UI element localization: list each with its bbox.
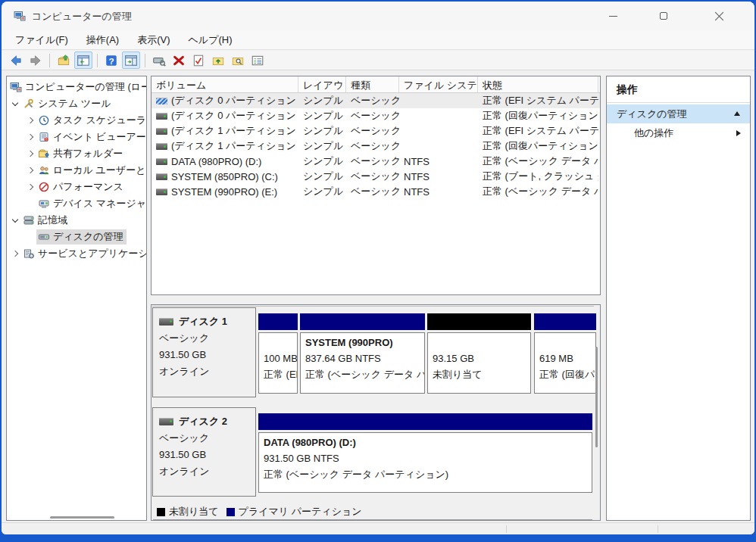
sidebar-item-services-applications[interactable]: サービスとアプリケーション: [7, 245, 146, 262]
sidebar-item-storage[interactable]: 記憶域: [7, 212, 146, 229]
column-header-layout[interactable]: レイアウト: [298, 76, 346, 92]
explore-folder-button[interactable]: [229, 51, 247, 69]
help-button[interactable]: ?: [102, 51, 120, 69]
actions-group-disk-management[interactable]: ディスクの管理: [607, 104, 750, 123]
volume-row-1[interactable]: (ディスク 0 パーティション 1)シンプルベーシック正常 (EFI システム …: [152, 93, 600, 108]
volume-row-4[interactable]: (ディスク 1 パーティション 4)シンプルベーシック正常 (回復パーティション…: [152, 139, 600, 154]
tree-horizontal-scrollbar[interactable]: [50, 516, 114, 519]
sidebar-item-disk-management[interactable]: ディスクの管理: [7, 229, 146, 245]
export-list-button[interactable]: [55, 51, 73, 69]
menu-item-help[interactable]: ヘルプ(H): [180, 31, 242, 49]
delete-volume-button[interactable]: [170, 51, 188, 69]
minimize-button[interactable]: [596, 2, 629, 30]
partition-disk2-data-980pro[interactable]: DATA (980PRO) (D:)931.50 GB NTFS正常 (ベーシッ…: [258, 413, 592, 493]
partition-status: 正常 (ベーシック データ パーティション): [264, 466, 592, 482]
shared-folders-icon: [37, 148, 50, 160]
volume-row-5[interactable]: DATA (980PRO) (D:)シンプルベーシックNTFS正常 (ベーシック…: [152, 154, 600, 169]
disk-info-disk-2[interactable]: ディスク 2ベーシック931.50 GBオンライン: [152, 407, 256, 497]
partition-disk1-system-990pro[interactable]: SYSTEM (990PRO)837.64 GB NTFS正常 (ベーシック デ…: [300, 313, 425, 394]
volume-cell-filesystem: NTFS: [399, 171, 478, 182]
chevron-right-icon[interactable]: [11, 246, 21, 261]
delete-volume-icon: [172, 54, 186, 67]
partition-status: 未割り当て: [433, 366, 530, 382]
volume-cell-layout: シンプル: [298, 94, 346, 107]
rescan-disks-button[interactable]: [150, 51, 168, 69]
close-button[interactable]: [702, 2, 736, 30]
performance-icon: [37, 181, 50, 193]
volume-cell-name: (ディスク 0 パーティション 4): [152, 109, 298, 123]
sidebar-item-device-manager[interactable]: デバイス マネージャー: [7, 195, 146, 212]
volume-list-pane: ボリュームレイアウト種類ファイル システム状態 (ディスク 0 パーティション …: [151, 76, 601, 295]
partition-size: 619 MB: [539, 350, 595, 366]
statusbar: [2, 522, 754, 534]
services-icon: [22, 248, 35, 260]
volume-row-2[interactable]: (ディスク 0 パーティション 4)シンプルベーシック正常 (回復パーティション…: [152, 108, 600, 123]
volume-row-7[interactable]: SYSTEM (990PRO) (E:)シンプルベーシックNTFS正常 (ベーシ…: [152, 184, 600, 199]
chevron-right-icon[interactable]: [26, 163, 36, 178]
sidebar-item-system-tools[interactable]: システム ツール: [7, 95, 146, 112]
volume-row-6[interactable]: SYSTEM (850PRO) (C:)シンプルベーシックNTFS正常 (ブート…: [152, 169, 600, 184]
volume-cell-filesystem: NTFS: [399, 156, 478, 167]
partition-box: DATA (980PRO) (D:)931.50 GB NTFS正常 (ベーシッ…: [258, 432, 592, 493]
maximize-button[interactable]: [647, 2, 680, 30]
volume-name: (ディスク 0 パーティション 4): [171, 109, 298, 123]
mark-partition-button[interactable]: [189, 51, 208, 69]
partition-size: 931.50 GB NTFS: [264, 450, 592, 466]
back-button[interactable]: [7, 51, 25, 69]
volume-name: (ディスク 1 パーティション 1): [171, 124, 298, 138]
column-header-volume[interactable]: ボリューム: [152, 76, 298, 92]
chevron-right-icon[interactable]: [26, 113, 36, 128]
titlebar: コンピューターの管理: [2, 2, 754, 30]
properties-list-button[interactable]: [248, 51, 267, 69]
sidebar-item-event-viewer[interactable]: イベント ビューアー: [7, 129, 146, 145]
disk-info-disk-1[interactable]: ディスク 1ベーシック931.50 GBオンライン: [152, 307, 256, 397]
sidebar-item-performance[interactable]: パフォーマンス: [7, 179, 146, 195]
partition-title: SYSTEM (990PRO): [305, 335, 424, 350]
menu-item-action[interactable]: 操作(A): [77, 31, 128, 49]
pane-splitter-horizontal[interactable]: [151, 295, 601, 304]
sidebar-item-task-scheduler[interactable]: タスク スケジューラ: [7, 112, 146, 129]
chevron-right-icon[interactable]: [26, 129, 36, 145]
partition-disk1-recovery[interactable]: 619 MB正常 (回復パーティション): [534, 313, 596, 394]
mark-partition-icon: [192, 54, 205, 67]
action-pane-icon: [124, 54, 138, 67]
column-header-status[interactable]: 状態: [478, 76, 598, 92]
forward-button[interactable]: [27, 51, 45, 69]
volume-cell-layout: シンプル: [298, 185, 346, 198]
volume-cell-layout: シンプル: [298, 154, 346, 168]
partition-disk1-efi[interactable]: 100 MB正常 (EFI システム パーティション): [258, 313, 298, 394]
menu-item-file[interactable]: ファイル(F): [6, 31, 77, 49]
event-viewer-icon: [37, 131, 50, 143]
selected-volume-icon: [156, 98, 167, 104]
console-tree-panel: コンピューターの管理 (ローカル)システム ツールタスク スケジューライベント …: [6, 76, 147, 521]
back-icon: [9, 54, 23, 67]
pane-splitter-right[interactable]: [601, 76, 606, 521]
partition-disk1-unallocated[interactable]: 93.15 GB未割り当て: [427, 313, 531, 394]
open-folder-button[interactable]: [209, 51, 227, 69]
menu-item-view[interactable]: 表示(V): [128, 31, 179, 49]
volume-row-3[interactable]: (ディスク 1 パーティション 1)シンプルベーシック正常 (EFI システム …: [152, 123, 600, 139]
statusbar-separator: [658, 525, 658, 533]
sidebar-item-computer-management-root[interactable]: コンピューターの管理 (ローカル): [7, 79, 146, 95]
sidebar-item-shared-folders[interactable]: 共有フォルダー: [7, 145, 146, 162]
disk-size: 931.50 GB: [159, 347, 255, 363]
action-pane-button[interactable]: [122, 51, 140, 69]
column-header-type[interactable]: 種類: [346, 76, 399, 92]
actions-more-label: 他の操作: [634, 126, 673, 140]
column-header-filesystem[interactable]: ファイル システム: [399, 76, 478, 92]
actions-more-actions[interactable]: 他の操作: [607, 124, 750, 142]
chevron-right-icon[interactable]: [26, 179, 36, 195]
partition-box: 93.15 GB未割り当て: [427, 332, 531, 394]
console-tree-button[interactable]: [74, 51, 92, 69]
volume-name: (ディスク 1 パーティション 4): [171, 139, 298, 153]
partition-legend: 未割り当てプライマリ パーティション: [153, 504, 592, 520]
disk-pane-scrollbar[interactable]: [595, 347, 598, 447]
partition-title: [539, 335, 595, 350]
chevron-down-icon[interactable]: [11, 213, 21, 228]
chevron-right-icon[interactable]: [26, 146, 36, 161]
chevron-down-icon[interactable]: [11, 96, 21, 111]
sidebar-item-local-users-groups[interactable]: ローカル ユーザーとグループ: [7, 162, 146, 179]
properties-list-icon: [251, 54, 264, 67]
volume-drive-icon: [156, 143, 167, 150]
computer-management-window: コンピューターの管理 ファイル(F)操作(A)表示(V)ヘルプ(H) ? コンピ…: [2, 2, 754, 534]
